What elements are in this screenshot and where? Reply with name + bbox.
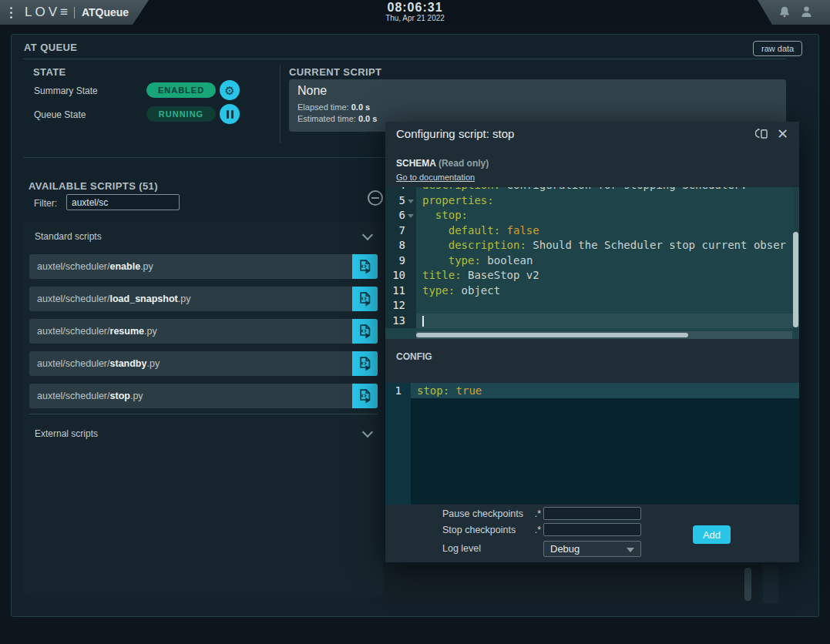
summary-state-label: Summary State: [34, 86, 98, 96]
collapse-minus-icon[interactable]: [368, 190, 383, 206]
scripts-group-divider: [29, 414, 378, 414]
schema-horizontal-scrollbar: [416, 331, 792, 339]
code-line-1[interactable]: 1stop: true: [385, 383, 799, 398]
pause-icon: [227, 110, 234, 119]
code-text: stop: true: [411, 383, 799, 398]
log-level-select[interactable]: Debug: [543, 541, 641, 557]
state-section-title: STATE: [33, 66, 66, 78]
code-line-10[interactable]: 10title: BaseStop v2: [385, 268, 799, 283]
resize-icon[interactable]: [755, 126, 770, 141]
line-number: 5: [385, 193, 416, 209]
launch-script-button[interactable]: [352, 254, 378, 279]
code-line-7[interactable]: 7 default: false: [385, 223, 799, 239]
launch-script-icon: [358, 388, 373, 404]
gear-icon: ⚙: [224, 85, 234, 96]
line-number: 10: [385, 268, 416, 283]
script-config-form: Pause checkpoints .* Stop checkpoints .*…: [442, 507, 650, 560]
standard-scripts-header[interactable]: Standard scripts: [35, 231, 102, 242]
background-scrollbar[interactable]: [744, 568, 751, 601]
summary-state-settings-button[interactable]: ⚙: [220, 80, 240, 100]
code-text: [416, 298, 799, 314]
line-number: 12: [385, 298, 416, 314]
log-level-label: Log level: [442, 543, 530, 554]
script-path: auxtel/scheduler/load_snapshot.py: [29, 293, 352, 304]
queue-state-label: Queue State: [34, 109, 86, 120]
launch-script-icon: [358, 356, 373, 371]
close-icon[interactable]: ✕: [777, 127, 788, 141]
background-panel-strip: [763, 565, 778, 603]
documentation-link[interactable]: Go to documentation: [396, 173, 475, 182]
code-line-9[interactable]: 9 type: boolean: [385, 253, 799, 269]
love-logo: LOV≡: [25, 5, 71, 20]
clock-time: 08:06:31: [385, 1, 445, 15]
stop-regex-label: .*: [530, 525, 541, 535]
launch-script-button[interactable]: [352, 319, 378, 344]
clock: 08:06:31 Thu, Apr 21 2022: [385, 1, 445, 22]
script-path: auxtel/scheduler/resume.py: [29, 326, 352, 337]
code-line-6[interactable]: 6 stop:: [385, 208, 799, 223]
modal-title: Configuring script: stop: [396, 127, 514, 140]
launch-script-button[interactable]: [352, 351, 378, 376]
panel-title: AT QUEUE: [24, 42, 77, 53]
pause-regex-label: .*: [530, 508, 541, 519]
config-editor[interactable]: 1stop: true: [385, 383, 799, 505]
pause-checkpoints-input[interactable]: [543, 507, 641, 520]
fold-marker-icon[interactable]: [408, 200, 414, 203]
external-scripts-header[interactable]: External scripts: [35, 428, 98, 439]
notifications-bell-icon[interactable]: [778, 5, 791, 18]
pause-checkpoints-label: Pause checkpoints: [442, 508, 530, 519]
chevron-down-icon[interactable]: [362, 427, 373, 438]
filter-input[interactable]: [66, 194, 180, 210]
logo-separator: [74, 7, 75, 18]
top-bar: LOV≡ ATQueue 08:06:31 Thu, Apr 21 2022: [0, 0, 830, 25]
script-row[interactable]: auxtel/scheduler/load_snapshot.py: [29, 287, 378, 311]
launch-script-icon: [358, 324, 373, 339]
queue-state-badge: RUNNING: [146, 106, 216, 122]
script-row[interactable]: auxtel/scheduler/enable.py: [29, 254, 378, 279]
code-text: type: boolean: [416, 253, 799, 269]
background-panel: [383, 565, 760, 603]
scrollbar-thumb[interactable]: [793, 232, 798, 327]
screen: LOV≡ ATQueue 08:06:31 Thu, Apr 21 2022 A…: [0, 0, 830, 644]
schema-section-title: SCHEMA (Read only): [396, 158, 489, 169]
scrollbar-thumb[interactable]: [416, 333, 688, 337]
config-gutter: [385, 398, 411, 505]
user-icon[interactable]: [800, 5, 813, 18]
stop-checkpoints-input[interactable]: [543, 523, 641, 536]
topbar-left-section: LOV≡ ATQueue: [0, 0, 149, 25]
script-row[interactable]: auxtel/scheduler/stop.py: [29, 384, 378, 408]
launch-script-button[interactable]: [352, 287, 378, 311]
code-text: type: object: [416, 283, 799, 299]
script-row[interactable]: auxtel/scheduler/resume.py: [29, 319, 378, 344]
schema-editor[interactable]: 4description: Configuration for stopping…: [385, 187, 799, 339]
pause-queue-button[interactable]: [220, 104, 240, 124]
available-scripts-title: AVAILABLE SCRIPTS (51): [29, 180, 158, 192]
summary-state-badge: ENABLED: [146, 82, 216, 98]
code-line-4[interactable]: 4description: Configuration for stopping…: [385, 187, 799, 193]
chevron-down-icon[interactable]: [362, 230, 373, 240]
launch-script-icon: [358, 291, 373, 307]
launch-script-button[interactable]: [352, 384, 378, 408]
current-script-title: CURRENT SCRIPT: [289, 66, 381, 78]
script-row[interactable]: auxtel/scheduler/standby.py: [29, 351, 378, 376]
code-text: default: false: [416, 223, 799, 239]
current-script-name: None: [297, 84, 327, 98]
code-line-13[interactable]: 13: [385, 314, 799, 329]
stop-checkpoints-label: Stop checkpoints: [442, 525, 530, 535]
add-button[interactable]: Add: [693, 525, 731, 544]
raw-data-button[interactable]: raw data: [753, 41, 802, 56]
code-line-11[interactable]: 11type: object: [385, 283, 799, 299]
fold-marker-icon[interactable]: [408, 214, 414, 218]
app-title: ATQueue: [82, 6, 129, 18]
code-line-8[interactable]: 8 description: Should the Scheduler stop…: [385, 238, 799, 253]
log-level-value: Debug: [550, 543, 580, 555]
code-text: title: BaseStop v2: [416, 268, 799, 283]
code-line-12[interactable]: 12: [385, 298, 799, 314]
menu-dots-icon[interactable]: [10, 7, 12, 18]
code-text: properties:: [416, 193, 799, 209]
code-line-5[interactable]: 5properties:: [385, 193, 799, 209]
chevron-down-icon: [627, 548, 634, 552]
schema-vertical-scrollbar: [793, 187, 798, 331]
line-number: 9: [385, 253, 416, 269]
code-text: [416, 314, 799, 329]
